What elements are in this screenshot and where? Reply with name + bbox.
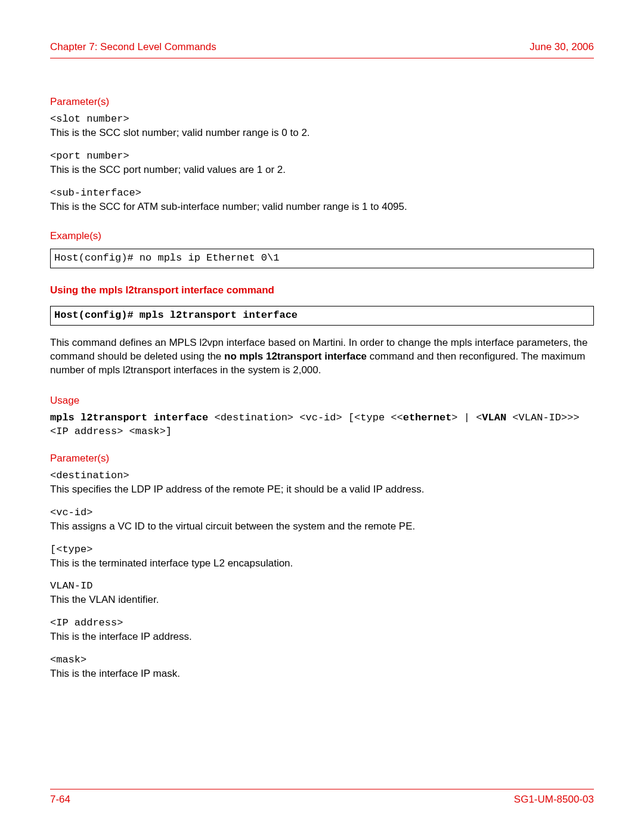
usage-bold-3: VLAN [482,412,506,423]
param-desc: This specifies the LDP IP address of the… [50,483,594,497]
param-desc: This is the SCC slot number; valid numbe… [50,126,594,140]
param-term: <sub-interface> [50,187,594,200]
usage-plain-2: > | < [451,412,482,423]
param-vc-id: <vc-id> This assigns a VC ID to the virt… [50,506,594,534]
param-term: <IP address> [50,617,594,630]
param-destination: <destination> This specifies the LDP IP … [50,469,594,497]
sub-heading: Using the mpls l2transport interface com… [50,284,594,298]
footer-page-number: 7-64 [50,793,70,807]
usage-heading: Usage [50,394,594,408]
usage-bold-2: ethernet [403,412,452,423]
command-description: This command defines an MPLS l2vpn inter… [50,336,594,377]
param-port-number: <port number> This is the SCC port numbe… [50,150,594,177]
param-term: <slot number> [50,113,594,126]
param-term: <destination> [50,469,594,483]
param-desc: This assigns a VC ID to the virtual circ… [50,520,594,534]
header-chapter: Chapter 7: Second Level Commands [50,41,216,54]
param-ip-address: <IP address> This is the interface IP ad… [50,617,594,644]
page: Chapter 7: Second Level Commands June 30… [0,0,644,833]
footer-doc-id: SG1-UM-8500-03 [514,793,594,807]
param-desc: This the VLAN identifier. [50,593,594,607]
page-header: Chapter 7: Second Level Commands June 30… [50,41,594,58]
body-bold: no mpls 12transport interface [224,351,367,362]
usage-syntax: mpls l2transport interface <destination>… [50,411,594,439]
param-desc: This is the interface IP mask. [50,667,594,681]
parameters-heading-1: Parameter(s) [50,95,594,109]
param-slot-number: <slot number> This is the SCC slot numbe… [50,113,594,140]
param-type: [<type> This is the terminated interface… [50,543,594,571]
example-code-box: Host(config)# no mpls ip Ethernet 0\1 [50,249,594,268]
param-vlan-id: VLAN-ID This the VLAN identifier. [50,580,594,607]
param-desc: This is the terminated interface type L2… [50,557,594,571]
usage-plain-1: <destination> <vc-id> [<type << [214,412,402,423]
param-sub-interface: <sub-interface> This is the SCC for ATM … [50,187,594,214]
param-mask: <mask> This is the interface IP mask. [50,654,594,681]
param-desc: This is the SCC for ATM sub-interface nu… [50,200,594,214]
param-term: [<type> [50,543,594,557]
parameters-heading-2: Parameter(s) [50,452,594,466]
examples-heading: Example(s) [50,230,594,243]
page-footer: 7-64 SG1-UM-8500-03 [50,789,594,807]
param-term: VLAN-ID [50,580,594,593]
param-desc: This is the SCC port number; valid value… [50,163,594,177]
header-date: June 30, 2006 [530,41,594,54]
param-term: <port number> [50,150,594,163]
command-syntax-box: Host(config)# mpls l2transport interface [50,306,594,326]
param-term: <mask> [50,654,594,667]
usage-bold-1: mpls l2transport interface [50,412,214,423]
param-term: <vc-id> [50,506,594,520]
param-desc: This is the interface IP address. [50,630,594,644]
